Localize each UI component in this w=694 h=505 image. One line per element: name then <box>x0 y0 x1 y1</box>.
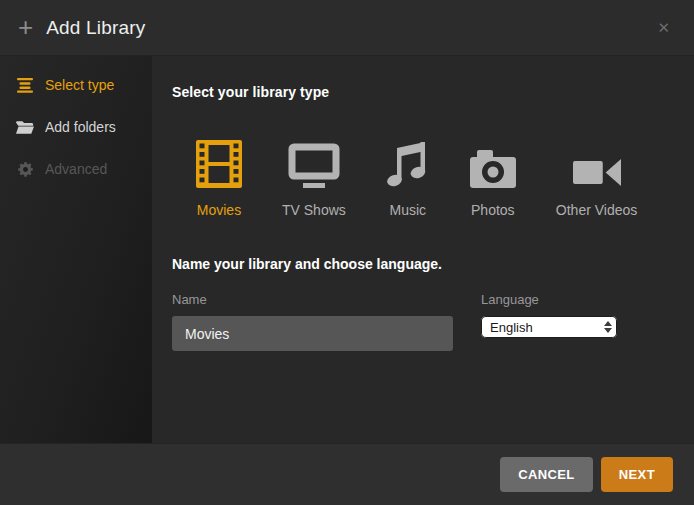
main-content: Select your library type <box>152 56 694 443</box>
plus-icon: + <box>18 14 33 40</box>
select-stepper-icon <box>604 321 612 333</box>
video-camera-icon <box>573 140 621 188</box>
library-type-label: TV Shows <box>282 202 346 218</box>
dialog-footer: CANCEL NEXT <box>0 443 694 505</box>
library-type-photos[interactable]: Photos <box>470 140 516 218</box>
library-type-label: Photos <box>471 202 515 218</box>
add-library-dialog: + Add Library ✕ Select type <box>0 0 694 505</box>
sidebar-item-advanced[interactable]: Advanced <box>0 148 152 190</box>
folder-icon <box>16 119 34 135</box>
section-title: Select your library type <box>172 84 674 100</box>
dialog-body: Select type Add folders <box>0 56 694 443</box>
language-selected-value: English <box>490 320 533 335</box>
close-icon[interactable]: ✕ <box>651 15 676 41</box>
film-strip-icon <box>196 140 242 188</box>
dialog-header: + Add Library ✕ <box>0 0 694 56</box>
library-type-row: Movies TV Shows <box>196 140 674 218</box>
sidebar-item-label: Add folders <box>45 119 116 135</box>
sidebar-item-label: Select type <box>45 77 114 93</box>
form-fields: Name Language English <box>172 292 674 351</box>
library-type-other-videos[interactable]: Other Videos <box>556 140 637 218</box>
language-field-group: Language English <box>481 292 621 351</box>
music-note-icon <box>386 140 430 188</box>
library-name-input[interactable] <box>172 316 453 351</box>
dialog-title: Add Library <box>46 17 145 39</box>
gear-icon <box>16 161 34 177</box>
sidebar-item-select-type[interactable]: Select type <box>0 64 152 106</box>
camera-icon <box>470 140 516 188</box>
sidebar: Select type Add folders <box>0 56 152 443</box>
library-type-label: Music <box>390 202 427 218</box>
language-label: Language <box>481 292 621 307</box>
language-select[interactable]: English <box>481 316 617 338</box>
sidebar-item-label: Advanced <box>45 161 107 177</box>
next-button[interactable]: NEXT <box>601 457 673 492</box>
sidebar-item-add-folders[interactable]: Add folders <box>0 106 152 148</box>
tv-icon <box>288 140 340 188</box>
type-bars-icon <box>16 77 34 93</box>
cancel-button[interactable]: CANCEL <box>500 457 593 492</box>
library-type-tv-shows[interactable]: TV Shows <box>282 140 346 218</box>
name-label: Name <box>172 292 453 307</box>
library-type-label: Other Videos <box>556 202 637 218</box>
form-title: Name your library and choose language. <box>172 256 674 272</box>
library-type-music[interactable]: Music <box>386 140 430 218</box>
library-type-label: Movies <box>197 202 241 218</box>
name-field-group: Name <box>172 292 453 351</box>
library-type-movies[interactable]: Movies <box>196 140 242 218</box>
